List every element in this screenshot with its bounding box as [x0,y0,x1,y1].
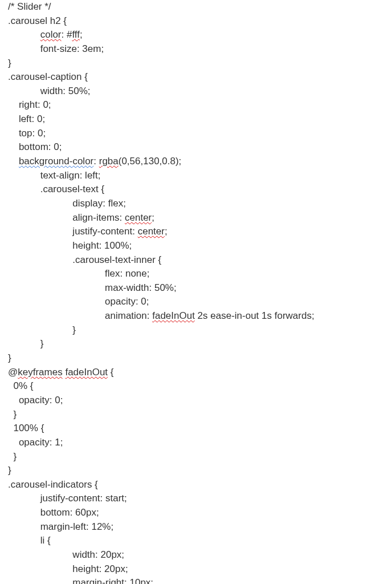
spellcheck-error: rgba [99,156,119,167]
code-line: bottom: 60px; [8,507,99,518]
code-token: ; [80,29,83,40]
code-line: left: 0; [8,113,45,124]
code-line: height: 20px; [8,563,128,574]
code-line: } [8,352,11,363]
code-line: height: 100%; [8,240,132,251]
code-line: } [8,338,43,349]
code-document: /* Slider */ .carousel h2 { color: #fff;… [8,0,384,584]
code-line: opacity: 1; [8,437,63,448]
code-line: width: 20px; [8,549,124,560]
code-token: justify-content: [8,226,138,237]
code-token [8,156,19,167]
code-line: } [8,58,11,68]
code-line: width: 50%; [8,86,91,96]
spellcheck-error: color [40,29,62,40]
code-line: font-size: 3em; [8,43,104,54]
code-line: .carousel-indicators { [8,479,98,490]
code-token [8,29,40,40]
code-token: : # [62,29,72,40]
code-line: .carousel h2 { [8,15,67,26]
code-line: margin-right: 10px; [8,577,153,584]
spellcheck-error: center [125,212,152,223]
code-line: .carousel-text { [8,184,104,194]
spellcheck-error: fff [72,29,80,40]
code-token: align-items: [8,212,125,223]
spellcheck-error: fadeInOut [152,310,195,321]
code-line: } [8,451,17,462]
code-token: animation: [8,310,152,321]
code-line: opacity: 0; [8,296,149,307]
code-line: right: 0; [8,99,51,110]
code-line: max-width: 50%; [8,282,177,293]
code-token: (0,56,130,0.8); [119,156,182,167]
code-line: } [8,409,17,420]
code-line: text-align: left; [8,170,101,181]
code-token: { [108,367,113,378]
code-token: ; [152,212,154,223]
code-line: 0% { [8,380,33,391]
code-line: flex: none; [8,268,149,279]
code-line: margin-left: 12%; [8,521,113,532]
code-line: .carousel-text-inner { [8,254,161,265]
code-line: display: flex; [8,198,126,209]
code-token: ; [165,226,168,237]
code-token: @ [8,367,18,378]
code-line: bottom: 0; [8,141,62,152]
spellcheck-error: keyframes [18,367,62,378]
code-line: .carousel-caption { [8,71,88,82]
code-token: : [93,156,99,167]
code-line: } [8,325,76,335]
spellcheck-error: fadeInOut [65,367,108,378]
code-line: top: 0; [8,128,46,139]
code-line: 100% { [8,423,44,433]
code-token: 2s ease-in-out 1s forwards; [195,310,315,321]
code-line: } [8,465,11,476]
spellcheck-error: center [138,226,165,237]
code-line: justify-content: start; [8,493,127,504]
grammar-error: background-color [19,156,93,167]
code-line: /* Slider */ [8,1,51,12]
code-line: li { [8,535,51,546]
code-line: opacity: 0; [8,395,63,405]
